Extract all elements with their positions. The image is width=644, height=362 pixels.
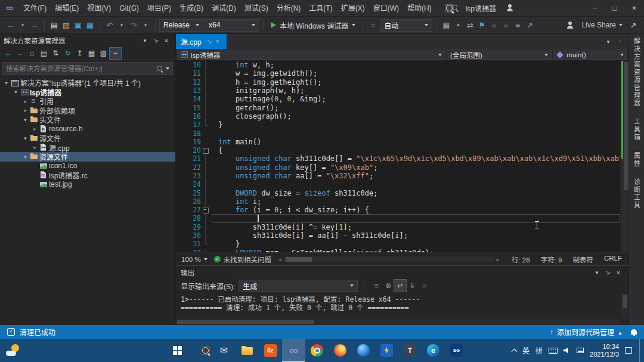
menu-item[interactable]: 扩展(X) bbox=[337, 0, 369, 17]
next-bookmark-icon[interactable]: » bbox=[500, 18, 512, 32]
start-button[interactable] bbox=[166, 339, 189, 362]
code-line[interactable]: 10 int w, h; bbox=[176, 61, 620, 69]
code-line[interactable]: 27 for (i = 0; i < dw_size; i++) { bbox=[176, 206, 620, 214]
dropdown-caret-icon[interactable]: ▾ bbox=[116, 18, 128, 32]
menu-item[interactable]: 窗口(W) bbox=[369, 0, 403, 17]
scroll-left-icon[interactable]: ◂ bbox=[278, 256, 281, 262]
code-line[interactable]: 19int main() bbox=[176, 138, 620, 146]
line-number[interactable]: 25 bbox=[176, 189, 201, 197]
fold-collapse-icon[interactable] bbox=[201, 146, 210, 154]
output-header[interactable]: 输出 ▾⊤× bbox=[176, 266, 628, 279]
refresh-icon[interactable]: ↻ bbox=[62, 48, 73, 59]
scrollbar-thumb[interactable] bbox=[623, 295, 627, 308]
code-line[interactable]: 11 w = img.getwidth(); bbox=[176, 69, 620, 78]
attach-process-icon[interactable]: ⇄ bbox=[464, 18, 476, 32]
output-source-dropdown[interactable]: 生成 bbox=[239, 280, 358, 292]
line-number[interactable]: 10 bbox=[176, 61, 201, 69]
oz-app-icon[interactable] bbox=[259, 339, 282, 362]
line-number[interactable]: 18 bbox=[176, 129, 201, 138]
tree-item[interactable]: lsp诱捕器 bbox=[0, 88, 175, 97]
code-editor[interactable]: 10 int w, h;11 w = img.getwidth();12 h =… bbox=[176, 61, 628, 252]
project-dropdown[interactable]: lsp诱捕器 bbox=[177, 49, 445, 60]
line-number[interactable]: 20 bbox=[176, 146, 201, 154]
navigate-icon[interactable]: ↗ bbox=[524, 18, 535, 32]
line-number[interactable]: 13 bbox=[176, 86, 201, 95]
line-number[interactable]: 16 bbox=[176, 112, 201, 120]
expander-icon[interactable] bbox=[21, 98, 29, 104]
code-line[interactable]: 28 bbox=[176, 214, 620, 222]
menu-item[interactable]: 文件(F) bbox=[19, 0, 51, 17]
touch-keyboard-icon[interactable] bbox=[549, 348, 558, 354]
home-icon[interactable]: ⌂ bbox=[26, 48, 38, 59]
menu-item[interactable]: 调试(D) bbox=[208, 0, 240, 17]
menu-item[interactable]: 视图(V) bbox=[83, 0, 115, 17]
menu-item[interactable]: 生成(B) bbox=[175, 0, 208, 17]
firefox-icon[interactable] bbox=[329, 339, 352, 362]
start-debugging-button[interactable]: 本地 Windows 调试器 bbox=[267, 20, 359, 30]
line-number[interactable]: 14 bbox=[176, 95, 201, 103]
line-number[interactable]: 23 bbox=[176, 172, 201, 180]
edge-icon[interactable] bbox=[422, 339, 445, 362]
language-indicator[interactable]: 英 bbox=[522, 345, 530, 355]
horizontal-scrollbar[interactable]: ◂ ▸ bbox=[278, 256, 499, 262]
line-number[interactable]: 21 bbox=[176, 154, 201, 163]
task-list-icon[interactable]: ≡ bbox=[512, 18, 524, 32]
tree-item[interactable]: test.jpg bbox=[0, 180, 175, 190]
network-icon[interactable] bbox=[577, 348, 584, 353]
code-line[interactable]: 12 h = img.getheight(); bbox=[176, 78, 620, 86]
live-share-button[interactable]: Live Share bbox=[558, 21, 626, 29]
tab-source-cpp[interactable]: 源.cpp ⊤× bbox=[176, 34, 227, 49]
code-line[interactable]: 31 } bbox=[176, 240, 620, 248]
code-line[interactable]: 23 unsigned char aa[] = "\x32\xff"; bbox=[176, 172, 620, 180]
show-all-files-icon[interactable]: ▧ bbox=[98, 48, 109, 59]
configuration-dropdown[interactable]: Release bbox=[159, 19, 203, 32]
tree-item[interactable]: icon1.ico bbox=[0, 162, 175, 171]
menu-item[interactable]: 帮助(H) bbox=[403, 0, 436, 17]
expander-icon[interactable] bbox=[12, 89, 20, 95]
tabs-indicator[interactable]: 制表符 bbox=[567, 255, 599, 264]
solution-search-box[interactable] bbox=[2, 62, 173, 75]
line-number[interactable]: 32 bbox=[176, 249, 201, 252]
tree-item[interactable]: resource.h bbox=[0, 125, 175, 134]
maximize-icon[interactable]: □ bbox=[605, 0, 624, 17]
line-number[interactable]: 24 bbox=[176, 180, 201, 188]
dock-tab[interactable]: 诊断工具 bbox=[632, 178, 642, 209]
dropdown-caret-icon[interactable]: ▾ bbox=[17, 18, 29, 32]
zoom-control[interactable]: 100 % bbox=[178, 256, 210, 263]
open-file-icon[interactable]: ▧ bbox=[60, 18, 72, 32]
tree-item[interactable]: lsp诱捕器.rc bbox=[0, 171, 175, 180]
code-line[interactable]: 16 closegraph(); bbox=[176, 112, 620, 120]
expander-icon[interactable] bbox=[21, 117, 29, 123]
chevron-down-icon[interactable]: ▾ bbox=[602, 35, 614, 48]
menu-item[interactable]: Git(G) bbox=[115, 0, 143, 17]
forward-icon[interactable]: → bbox=[29, 18, 41, 32]
scrollbar-track[interactable] bbox=[284, 256, 494, 262]
document-health-indicator[interactable]: 未找到相关问题 bbox=[214, 255, 272, 264]
code-line[interactable]: 26 int i; bbox=[176, 197, 620, 206]
dropdown-caret-icon[interactable]: ▾ bbox=[140, 18, 151, 32]
code-line[interactable]: 29 sh311c0de[i] ^= key[1]; bbox=[176, 223, 620, 231]
feedback-icon[interactable] bbox=[506, 4, 514, 12]
line-number[interactable]: 30 bbox=[176, 231, 201, 240]
tree-item[interactable]: 源.cpp bbox=[0, 143, 175, 153]
back-icon[interactable]: ← bbox=[5, 18, 17, 32]
quick-search[interactable] bbox=[445, 4, 454, 13]
close-icon[interactable]: × bbox=[624, 0, 644, 17]
switch-views-icon[interactable]: ▤ bbox=[38, 48, 49, 59]
dock-tab[interactable]: 解决方案资源管理器 bbox=[632, 38, 642, 107]
forward-icon[interactable]: → bbox=[14, 48, 26, 59]
previous-bookmark-icon[interactable]: « bbox=[488, 18, 500, 32]
window-list-icon[interactable]: ▫ bbox=[614, 35, 626, 48]
search-button[interactable] bbox=[189, 339, 212, 362]
ime-indicator[interactable]: 拼 bbox=[535, 345, 543, 355]
expander-icon[interactable] bbox=[2, 80, 10, 86]
line-number[interactable]: 12 bbox=[176, 78, 201, 86]
redo-icon[interactable]: ↷ bbox=[128, 18, 140, 32]
watch-window-icon[interactable]: ▦ bbox=[440, 18, 452, 32]
expander-icon[interactable] bbox=[21, 107, 29, 113]
scrollbar-thumb[interactable] bbox=[177, 320, 314, 324]
scope-dropdown[interactable]: (全局范围) bbox=[447, 49, 552, 60]
output-horizontal-scrollbar[interactable] bbox=[176, 319, 621, 325]
expander-icon[interactable] bbox=[31, 126, 39, 132]
clear-all-icon[interactable]: ⊗ bbox=[382, 280, 394, 292]
